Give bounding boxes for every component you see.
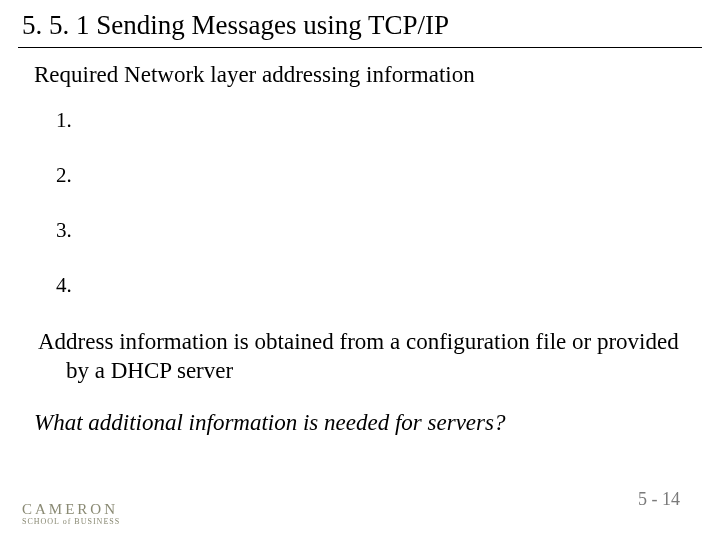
list-item: 3. <box>56 218 698 243</box>
paragraph: Address information is obtained from a c… <box>62 328 698 386</box>
subheading: Required Network layer addressing inform… <box>34 62 698 88</box>
slide-title: 5. 5. 1 Sending Messages using TCP/IP <box>0 0 720 47</box>
logo-main: CAMERON <box>22 501 120 518</box>
logo-sub: SCHOOL of BUSINESS <box>22 517 120 526</box>
list-item: 4. <box>56 273 698 298</box>
question-text: What additional information is needed fo… <box>34 410 698 436</box>
list-item: 1. <box>56 108 698 133</box>
content-area: Required Network layer addressing inform… <box>0 48 720 436</box>
list-item: 2. <box>56 163 698 188</box>
logo: CAMERON SCHOOL of BUSINESS <box>22 501 120 526</box>
slide: 5. 5. 1 Sending Messages using TCP/IP Re… <box>0 0 720 540</box>
numbered-list: 1. 2. 3. 4. <box>34 108 698 298</box>
page-number: 5 - 14 <box>638 489 680 510</box>
